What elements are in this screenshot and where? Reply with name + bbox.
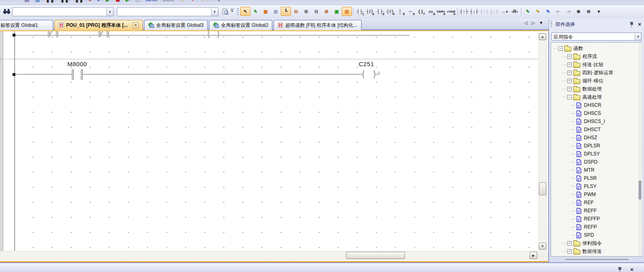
horizontal-scroll-thumb[interactable] xyxy=(346,252,405,259)
tree-item-数据传送[interactable]: + 数据传送 xyxy=(552,247,613,255)
tree-item-SPD[interactable]: SPD xyxy=(552,231,613,239)
toolbar-grip[interactable] xyxy=(237,8,239,15)
contact-or-open-button[interactable]: ┤├3 xyxy=(375,7,385,16)
tree-item-便利指令[interactable]: + 便利指令 xyxy=(552,239,613,247)
var-input-button[interactable]: VAR=9 xyxy=(436,7,446,16)
var-output-button[interactable]: =VAR0 xyxy=(446,7,456,16)
tree-item-REFP[interactable]: REFP xyxy=(552,223,613,231)
find-icon[interactable] xyxy=(3,8,11,15)
tree-item-函数[interactable]: − 函数 xyxy=(552,44,613,52)
tree-item-DPLSR[interactable]: DPLSR xyxy=(552,142,613,150)
tree-toggle[interactable]: + xyxy=(567,79,572,83)
toolbar-options-overflow[interactable]: ▼ xyxy=(230,9,234,13)
tab-4[interactable]: 全局标签设置 Global2 ✕ xyxy=(209,20,273,30)
coil-device-label[interactable]: C251 xyxy=(359,60,374,67)
delete-column-button[interactable]: ⊞ xyxy=(321,7,332,16)
tree-item-DHSCR[interactable]: DHSCR xyxy=(552,101,613,109)
panel-grip[interactable] xyxy=(551,21,552,28)
insert-row-button[interactable]: ⊟ xyxy=(291,7,301,16)
pulse-falling-button[interactable]: ┤↓├ xyxy=(469,7,479,16)
scroll-up-button[interactable]: ▲ xyxy=(539,33,546,40)
statement-edit-button[interactable]: ✎ xyxy=(533,7,543,16)
tree-item-高速处理[interactable]: − 高速处理 xyxy=(552,93,613,101)
tree-item-DHSZ[interactable]: DHSZ xyxy=(552,134,613,142)
tree-item-四则·逻辑运算[interactable]: + 四则·逻辑运算 xyxy=(552,69,613,77)
ladder-template-tool[interactable]: ▦ xyxy=(271,7,281,16)
tree-item-PLSR[interactable]: PLSR xyxy=(552,174,613,182)
tab-list-menu-button[interactable]: ▼ xyxy=(539,20,543,26)
contact-device-label[interactable]: M8000 xyxy=(67,60,87,67)
zoom-out-button[interactable]: ⊖ xyxy=(584,7,594,16)
tree-item-DHSCS_I[interactable]: DHSCS_I xyxy=(552,117,613,125)
contact-close-button[interactable]: ┤/├2 xyxy=(365,7,375,16)
edit-mode-button[interactable]: ▤ xyxy=(342,7,352,16)
pin-icon[interactable] xyxy=(628,21,635,28)
tab-2[interactable]: POU_01 [PRG] 程序本体 [... ✕ xyxy=(54,20,143,30)
align-left-button[interactable]: ⇤ xyxy=(553,7,563,16)
tree-item-DHSCS[interactable]: DHSCS xyxy=(552,109,613,117)
coil-right-arc[interactable] xyxy=(370,69,375,80)
instruction-category-select[interactable]: 应用指令 ▼ xyxy=(551,32,642,41)
tree-item-PLSY[interactable]: PLSY xyxy=(552,182,613,190)
tree-toggle[interactable]: + xyxy=(567,71,572,75)
tree-item-PWM[interactable]: PWM xyxy=(552,190,613,199)
find-combo-2-value[interactable] xyxy=(117,8,211,16)
tree-toggle[interactable]: + xyxy=(567,54,572,59)
tree-item-循环·移位[interactable]: + 循环·移位 xyxy=(552,77,613,85)
tree-scrollbar[interactable] xyxy=(638,43,642,256)
vertical-line-button[interactable]: │5 xyxy=(395,7,405,16)
chevron-down-icon[interactable]: ▼ xyxy=(635,33,641,40)
tree-item-DSPD[interactable]: DSPD xyxy=(552,158,613,166)
tree-item-程序流[interactable]: + 程序流 xyxy=(552,52,613,60)
no-contact-bar[interactable] xyxy=(72,69,74,80)
toolbar-overflow-button[interactable]: ▾ xyxy=(594,7,604,16)
tree-item-传送·比较[interactable]: + 传送·比较 xyxy=(552,60,613,69)
pulse-rising-or-button[interactable]: ┤↑├ xyxy=(479,7,489,16)
insert-column-button[interactable]: ⊞ xyxy=(301,7,311,16)
scroll-down-button[interactable]: ▼ xyxy=(539,243,546,250)
tree-item-MTR[interactable]: MTR xyxy=(552,166,613,174)
vertical-scroll-thumb[interactable] xyxy=(539,182,546,195)
find-combo-1-value[interactable] xyxy=(13,8,106,16)
tree-item-数据处理[interactable]: + 数据处理 xyxy=(552,85,613,93)
tab-5[interactable]: 超喂函数 [FB] 程序本体 [结构化... ✕ xyxy=(274,20,361,30)
zoom-in-button[interactable]: ⊕ xyxy=(573,7,584,16)
tree-toggle[interactable]: + xyxy=(567,241,572,246)
tree-item-DHSCT[interactable]: DHSCT xyxy=(552,125,613,134)
tab-3[interactable]: 全局标签设置 Global3 ✕ xyxy=(144,20,208,30)
tab-close-icon[interactable]: ✕ xyxy=(132,22,139,28)
tree-toggle[interactable]: + xyxy=(567,63,572,67)
ladder-editor[interactable]: M8000 C251 ▲ ▼ ▶ xyxy=(0,30,549,262)
tree-item-REF[interactable]: REF xyxy=(552,199,613,207)
align-right-button[interactable]: ⇥ xyxy=(563,7,573,16)
tab-scroll-left-button[interactable]: ◁ xyxy=(524,20,527,26)
return-button[interactable]: ‹R› xyxy=(510,7,520,16)
coil-left-arc[interactable] xyxy=(362,69,368,80)
close-icon[interactable]: ✕ xyxy=(629,266,635,272)
find-combo-1[interactable]: ▼ xyxy=(12,7,114,16)
contact-or-close-button[interactable]: ┤/├4 xyxy=(385,7,395,16)
coil-button[interactable]: ( )7 xyxy=(416,7,426,16)
note-edit-button[interactable]: ✎ xyxy=(543,7,553,16)
tree-toggle[interactable]: − xyxy=(558,46,563,51)
pen-tool[interactable]: ✎ xyxy=(250,7,261,16)
close-icon[interactable]: ✕ xyxy=(636,21,643,28)
device-comment-edit-button[interactable]: ✎ xyxy=(523,7,533,16)
pin-icon[interactable] xyxy=(616,266,623,272)
chevron-down-icon[interactable]: ▼ xyxy=(106,8,113,16)
pulse-falling-or-button[interactable]: ┤↓├ xyxy=(489,7,500,16)
delete-row-button[interactable]: ⊟ xyxy=(311,7,321,16)
device-monitor-button[interactable]: ▣ xyxy=(332,7,342,16)
tree-scroll-thumb[interactable] xyxy=(639,181,641,199)
find-combo-2[interactable]: ▼ xyxy=(117,7,218,16)
tab-1[interactable]: 标签设置 Global1 ✕ xyxy=(0,20,53,30)
tab-scroll-right-button[interactable]: ▷ xyxy=(532,20,535,26)
no-contact-bar[interactable] xyxy=(81,69,83,80)
wire-tool[interactable]: ┗ xyxy=(281,7,291,16)
tree-item-REFF[interactable]: REFF xyxy=(552,207,613,215)
find-in-document-button[interactable] xyxy=(221,7,230,16)
function-block-button[interactable]: ▭8 xyxy=(426,7,436,16)
tree-toggle[interactable]: + xyxy=(567,249,572,254)
vertical-scrollbar[interactable] xyxy=(538,33,547,250)
tree-toggle[interactable]: + xyxy=(567,87,572,91)
